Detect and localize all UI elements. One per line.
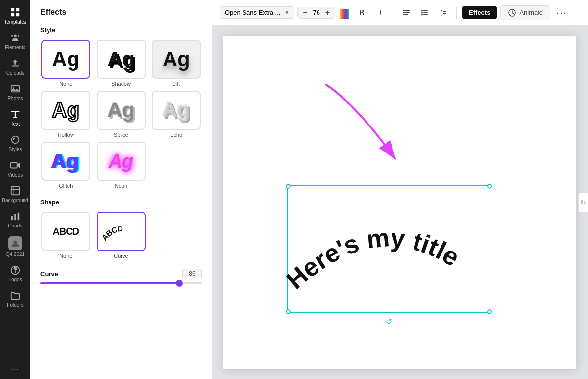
upload-icon: [10, 58, 21, 69]
q4-thumbnail: [8, 236, 22, 250]
svg-rect-15: [18, 213, 20, 221]
photos-icon: [10, 83, 21, 94]
style-item-shadow[interactable]: Ag Shadow: [96, 40, 147, 87]
color-underline: [340, 17, 349, 19]
sidebar-item-background-label: Background: [2, 198, 28, 203]
sidebar-item-q4[interactable]: Q4 2021: [1, 233, 29, 260]
svg-rect-2: [11, 13, 14, 16]
svg-point-26: [421, 14, 423, 15]
svg-rect-12: [11, 187, 20, 195]
sidebar-item-templates-label: Templates: [4, 19, 26, 25]
svg-rect-20: [403, 12, 410, 13]
style-item-echo[interactable]: Ag Echo: [150, 91, 202, 138]
svg-rect-7: [12, 66, 19, 67]
list-button[interactable]: [417, 5, 433, 21]
svg-point-6: [11, 35, 13, 37]
svg-rect-8: [11, 86, 20, 92]
style-name-neon: Neon: [115, 183, 127, 189]
shape-none-text: ABCD: [52, 226, 79, 237]
effects-button[interactable]: Effects: [462, 6, 497, 19]
font-size-value: 76: [311, 9, 322, 16]
sidebar-more[interactable]: ...: [1, 360, 29, 375]
style-thumb-glitch: Ag: [41, 142, 90, 181]
sidebar-item-uploads[interactable]: Uploads: [1, 55, 29, 78]
elements-icon: [10, 32, 21, 43]
sidebar-item-charts[interactable]: Charts: [1, 208, 29, 231]
effects-panel-title: Effects: [30, 0, 212, 23]
shape-section-label: Shape: [30, 195, 212, 210]
curve-section: Curve 86: [30, 265, 212, 292]
style-item-hollow[interactable]: Ag Hollow: [40, 91, 92, 138]
curve-shape-svg: ABCD: [101, 217, 141, 246]
animate-button[interactable]: Animate: [500, 5, 550, 20]
grid-icon: [10, 7, 21, 18]
canvas-text[interactable]: Here's my title: [286, 223, 465, 294]
svg-point-24: [421, 12, 423, 13]
shape-name-curve: Curve: [114, 253, 128, 259]
sidebar-item-folders[interactable]: Folders: [1, 287, 29, 311]
folders-icon: [10, 290, 21, 301]
sidebar-item-photos[interactable]: Photos: [1, 80, 29, 104]
svg-point-10: [12, 136, 19, 144]
color-button[interactable]: [338, 5, 351, 20]
shape-item-curve[interactable]: ABCD Curve: [96, 212, 147, 259]
style-section-label: Style: [30, 23, 212, 38]
svg-rect-1: [16, 8, 19, 11]
right-panel-handle[interactable]: ↻: [578, 193, 588, 212]
sidebar-item-elements[interactable]: Elements: [1, 29, 29, 53]
style-grid: Ag None Ag Shadow Ag Lift Ag Hollow: [30, 38, 212, 195]
videos-icon: [10, 160, 21, 171]
curve-value: 86: [182, 269, 202, 278]
curve-slider-track[interactable]: [40, 282, 202, 284]
style-item-lift[interactable]: Ag Lift: [150, 40, 202, 87]
toolbar: Open Sans Extra ... ▼ − 76 + B I: [212, 0, 588, 25]
sidebar-item-logos[interactable]: Logos: [1, 262, 29, 285]
logos-icon: [10, 265, 21, 276]
sidebar-item-styles[interactable]: Styles: [1, 131, 29, 155]
more-options-button[interactable]: ···: [553, 5, 570, 20]
style-item-splice[interactable]: Ag Splice: [96, 91, 147, 138]
sidebar-item-background[interactable]: Background: [1, 182, 29, 206]
svg-point-22: [421, 10, 423, 11]
sidebar-item-templates[interactable]: Templates: [1, 4, 29, 27]
sidebar-item-charts-label: Charts: [8, 223, 22, 228]
line-height-button[interactable]: [436, 5, 451, 21]
style-name-echo: Echo: [170, 132, 182, 138]
svg-rect-19: [403, 10, 410, 11]
canvas-page: ↺ Here's my title: [223, 36, 576, 369]
align-icon: [402, 9, 410, 17]
font-size-decrease[interactable]: −: [301, 8, 309, 17]
pink-arrow: [317, 75, 415, 173]
toolbar-divider-1: [393, 7, 393, 19]
font-size-increase[interactable]: +: [323, 8, 332, 17]
styles-icon: [10, 134, 21, 145]
sidebar: Templates Elements Uploads Photos Text S…: [0, 0, 30, 379]
svg-text:ABCD: ABCD: [101, 225, 123, 242]
style-item-neon[interactable]: Ag Neon: [96, 142, 147, 189]
sidebar-item-videos[interactable]: Videos: [1, 157, 29, 180]
sidebar-item-text[interactable]: Text: [1, 106, 29, 129]
curve-label: Curve: [40, 270, 58, 278]
svg-point-4: [14, 35, 17, 38]
font-name: Open Sans Extra ...: [225, 9, 280, 16]
font-selector[interactable]: Open Sans Extra ... ▼: [220, 6, 294, 19]
sidebar-item-q4-label: Q4 2021: [6, 252, 24, 257]
animate-icon: [508, 8, 516, 17]
canvas-area: ↺ Here's my title: [212, 25, 588, 379]
style-name-lift: Lift: [172, 81, 180, 87]
svg-rect-28: [443, 11, 446, 12]
shape-item-none[interactable]: ABCD None: [40, 212, 92, 259]
align-button[interactable]: [398, 5, 414, 21]
shape-grid: ABCD None ABCD Curve: [30, 210, 212, 265]
svg-rect-21: [403, 14, 408, 15]
curve-slider-thumb[interactable]: [176, 280, 183, 287]
sidebar-item-uploads-label: Uploads: [6, 70, 24, 76]
style-item-glitch[interactable]: Ag Glitch: [40, 142, 92, 189]
style-item-none[interactable]: Ag None: [40, 40, 92, 87]
italic-button[interactable]: I: [372, 5, 388, 21]
style-name-none: None: [59, 81, 72, 87]
sidebar-item-videos-label: Videos: [8, 172, 23, 177]
main-area: Open Sans Extra ... ▼ − 76 + B I: [212, 0, 588, 379]
bold-button[interactable]: B: [354, 5, 369, 21]
rotate-handle[interactable]: ↺: [385, 317, 393, 326]
